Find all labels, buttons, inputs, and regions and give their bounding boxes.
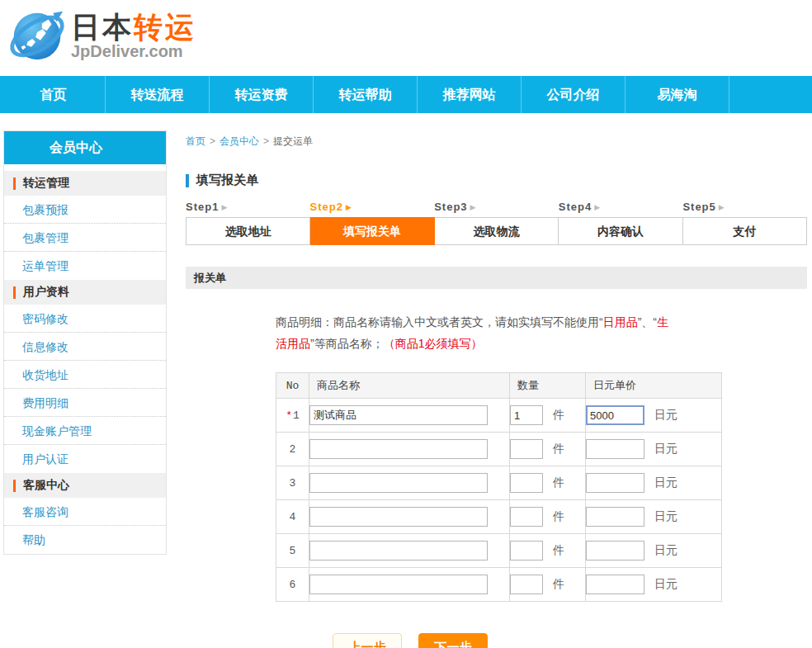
quantity-input[interactable] bbox=[510, 541, 543, 560]
main-panel: 首页>会员中心>提交运单 填写报关单 Step1▶Step2▶Step3▶Ste… bbox=[186, 130, 807, 648]
notice-text-segment: ”、“ bbox=[638, 315, 657, 329]
product-name-cell bbox=[309, 466, 510, 500]
quantity-input[interactable] bbox=[510, 439, 543, 459]
row-number-cell: 6 bbox=[276, 568, 309, 602]
unit-price-input[interactable] bbox=[586, 405, 644, 425]
sidebar-item[interactable]: 运单管理 bbox=[4, 252, 166, 280]
unit-price-input[interactable] bbox=[586, 473, 644, 493]
breadcrumb-item[interactable]: 会员中心 bbox=[220, 135, 259, 147]
unit-price-input[interactable] bbox=[586, 507, 644, 527]
quantity-unit-label: 件 bbox=[553, 509, 564, 523]
row-number-cell: 5 bbox=[276, 534, 309, 568]
step-tab[interactable]: 填写报关单 bbox=[310, 217, 434, 245]
row-number: 6 bbox=[290, 579, 296, 591]
site-header: 日本转运 JpDeliver.com bbox=[0, 0, 812, 76]
site-logo[interactable]: 日本转运 JpDeliver.com bbox=[7, 5, 196, 66]
price-unit-label: 日元 bbox=[654, 442, 677, 455]
breadcrumb-separator: > bbox=[263, 135, 269, 147]
sidebar-header-label: 会员中心 bbox=[50, 140, 102, 157]
unit-price-input[interactable] bbox=[586, 439, 644, 459]
unit-price-input[interactable] bbox=[586, 575, 644, 594]
table-header: No商品名称数量日元单价 bbox=[276, 373, 722, 399]
product-name-cell bbox=[309, 568, 510, 602]
next-step-button[interactable]: 下一步 bbox=[418, 633, 488, 648]
product-name-cell bbox=[309, 399, 510, 433]
step-tabs: 选取地址填写报关单选取物流内容确认支付 bbox=[186, 217, 807, 245]
column-header: 日元单价 bbox=[586, 373, 722, 399]
nav-item-2[interactable]: 转送流程 bbox=[106, 76, 210, 113]
quantity-input[interactable] bbox=[510, 575, 543, 594]
sidebar-item[interactable]: 帮助 bbox=[4, 526, 166, 554]
section-accent-bar bbox=[13, 480, 16, 492]
sidebar-item[interactable]: 包裹管理 bbox=[4, 224, 166, 252]
step-arrow-icon: ▶ bbox=[221, 203, 228, 211]
product-name-input[interactable] bbox=[309, 473, 488, 493]
step-tab[interactable]: 选取物流 bbox=[435, 217, 559, 245]
sidebar-section-title: 客服中心 bbox=[23, 478, 69, 493]
row-number-cell: 4 bbox=[276, 500, 309, 534]
row-number: 5 bbox=[290, 545, 296, 557]
breadcrumb-item[interactable]: 首页 bbox=[186, 135, 205, 147]
unit-price-cell: 日元 bbox=[586, 399, 722, 433]
quantity-cell: 件 bbox=[510, 399, 586, 433]
nav-item-3[interactable]: 转运资费 bbox=[210, 76, 314, 113]
nav-item-4[interactable]: 转运帮助 bbox=[314, 76, 418, 113]
sidebar-item[interactable]: 用户认证 bbox=[4, 445, 166, 473]
content-area: 会员中心 转运管理包裹预报包裹管理运单管理用户资料密码修改信息修改收货地址费用明… bbox=[0, 130, 812, 648]
step-arrow-icon: ▶ bbox=[346, 203, 352, 211]
required-asterisk: * bbox=[286, 409, 292, 422]
sidebar-section-header: 客服中心 bbox=[4, 473, 166, 498]
sidebar-header-member-center: 会员中心 bbox=[4, 131, 166, 164]
sidebar-section-title: 转运管理 bbox=[23, 176, 69, 191]
table-row: 4件日元 bbox=[276, 500, 722, 534]
sidebar-menu: 转运管理包裹预报包裹管理运单管理用户资料密码修改信息修改收货地址费用明细现金账户… bbox=[4, 171, 166, 554]
quantity-input[interactable] bbox=[510, 473, 543, 493]
sidebar-item[interactable]: 包裹预报 bbox=[4, 196, 166, 224]
product-name-input[interactable] bbox=[309, 405, 488, 425]
quantity-input[interactable] bbox=[510, 405, 543, 425]
row-number: 3 bbox=[290, 477, 296, 490]
nav-item-6[interactable]: 公司介绍 bbox=[522, 76, 626, 113]
nav-item-5[interactable]: 推荐网站 bbox=[418, 76, 522, 113]
customs-items-table: No商品名称数量日元单价 *1件日元2件日元3件日元4件日元5件日元6件日元 bbox=[276, 372, 722, 602]
quantity-unit-label: 件 bbox=[553, 543, 564, 556]
sidebar-item[interactable]: 密码修改 bbox=[4, 305, 166, 333]
product-name-input[interactable] bbox=[309, 507, 488, 527]
step-tab[interactable]: 内容确认 bbox=[559, 217, 682, 245]
step-label: Step2▶ bbox=[310, 201, 435, 217]
sidebar: 会员中心 转运管理包裹预报包裹管理运单管理用户资料密码修改信息修改收货地址费用明… bbox=[3, 130, 167, 555]
step-arrow-icon: ▶ bbox=[594, 203, 601, 211]
price-unit-label: 日元 bbox=[654, 475, 677, 489]
prev-step-button[interactable]: 上一步 bbox=[333, 633, 402, 648]
step-arrow-icon: ▶ bbox=[719, 203, 725, 211]
step-tab[interactable]: 选取地址 bbox=[186, 217, 310, 245]
section-accent-bar bbox=[13, 177, 16, 190]
sidebar-item[interactable]: 客服咨询 bbox=[4, 498, 166, 526]
quantity-cell: 件 bbox=[510, 568, 586, 602]
section-accent-bar bbox=[13, 286, 16, 299]
sidebar-item[interactable]: 信息修改 bbox=[4, 333, 166, 361]
sidebar-item[interactable]: 收货地址 bbox=[4, 361, 166, 389]
notice-text-segment: ”等商品名称； bbox=[310, 337, 384, 350]
nav-item-7[interactable]: 易海淘 bbox=[626, 76, 729, 113]
table-row: 3件日元 bbox=[276, 466, 722, 500]
main-nav: 首页转送流程转运资费转运帮助推荐网站公司介绍易海淘 bbox=[0, 76, 812, 113]
unit-price-cell: 日元 bbox=[586, 568, 722, 602]
product-name-input[interactable] bbox=[309, 541, 488, 560]
step-tab[interactable]: 支付 bbox=[683, 217, 807, 245]
row-number: 2 bbox=[290, 443, 296, 456]
step-label: Step1▶ bbox=[186, 201, 310, 217]
user-icon bbox=[26, 141, 40, 155]
notice-text-segment: 商品明细：商品名称请输入中文或者英文，请如实填写不能使用“ bbox=[276, 315, 603, 329]
sidebar-item[interactable]: 现金账户管理 bbox=[4, 417, 166, 445]
step-labels: Step1▶Step2▶Step3▶Step4▶Step5▶ bbox=[186, 201, 807, 217]
table-row: 5件日元 bbox=[276, 534, 722, 568]
quantity-cell: 件 bbox=[510, 433, 586, 466]
product-name-input[interactable] bbox=[309, 439, 488, 459]
product-name-input[interactable] bbox=[309, 575, 488, 594]
sidebar-item[interactable]: 费用明细 bbox=[4, 389, 166, 417]
unit-price-input[interactable] bbox=[586, 541, 644, 560]
unit-price-cell: 日元 bbox=[586, 433, 722, 466]
nav-item-1[interactable]: 首页 bbox=[2, 76, 106, 113]
quantity-input[interactable] bbox=[510, 507, 543, 527]
